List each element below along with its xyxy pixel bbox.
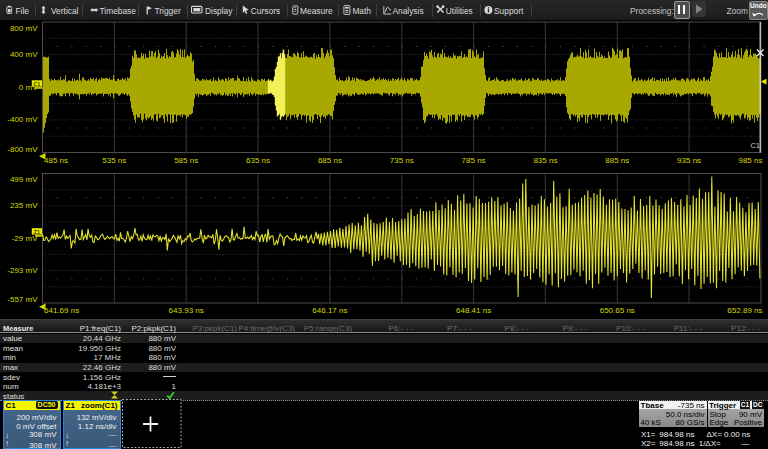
svg-text:C1: C1 [750, 141, 760, 150]
